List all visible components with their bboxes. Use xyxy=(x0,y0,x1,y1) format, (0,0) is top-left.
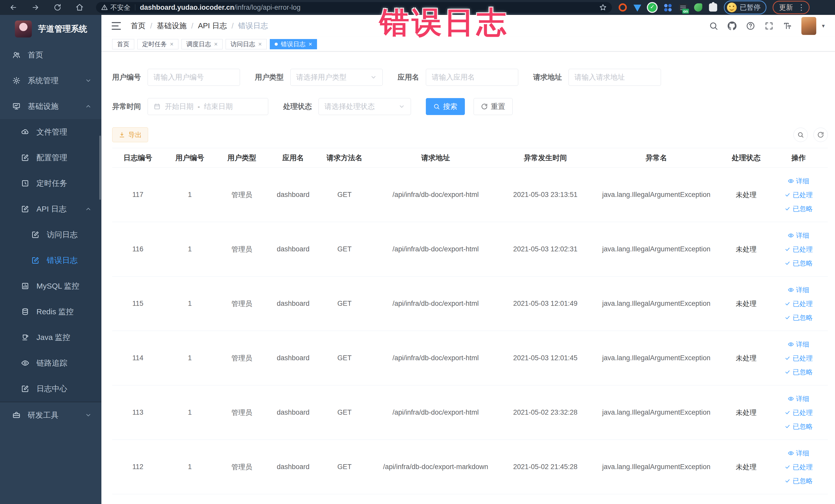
switch-on-icon[interactable] xyxy=(679,4,687,12)
address-bar[interactable]: 不安全 dashboard.yudao.iocoder.cn/infra/log… xyxy=(96,2,612,13)
sidebar-item-错误日志[interactable]: 错误日志 xyxy=(0,247,101,273)
reset-button[interactable]: 重置 xyxy=(474,98,513,115)
user-type-select[interactable] xyxy=(290,69,383,86)
browser-menu-icon[interactable]: ⋮ xyxy=(797,4,805,11)
grid-blue-icon[interactable] xyxy=(663,3,672,12)
process-status-input[interactable] xyxy=(324,102,399,110)
date-separator: - xyxy=(198,103,200,110)
check-green-icon[interactable] xyxy=(648,3,657,12)
request-url-input[interactable] xyxy=(574,73,655,81)
sidebar-item-定时任务[interactable]: 定时任务 xyxy=(0,170,101,196)
close-icon[interactable]: × xyxy=(258,41,262,47)
tab-label: 定时任务 xyxy=(142,40,167,48)
avatar[interactable] xyxy=(801,17,816,35)
refresh-button[interactable] xyxy=(813,127,828,142)
processed-link[interactable]: 已处理 xyxy=(769,297,828,311)
sidebar-item-Java 监控[interactable]: Java 监控 xyxy=(0,324,101,350)
sidebar-item-文件管理[interactable]: 文件管理 xyxy=(0,119,101,145)
process-status-select[interactable] xyxy=(319,98,411,115)
breadcrumb-item[interactable]: 基础设施 xyxy=(157,21,187,31)
reload-icon[interactable] xyxy=(52,2,63,13)
tab-错误日志[interactable]: 错误日志× xyxy=(270,39,317,49)
start-date-placeholder[interactable]: 开始日期 xyxy=(165,102,194,112)
sidebar-item-API 日志[interactable]: API 日志 xyxy=(0,196,101,222)
breadcrumb-item[interactable]: 首页 xyxy=(131,21,145,31)
end-date-placeholder[interactable]: 结束日期 xyxy=(204,102,233,112)
sidebar-item-链路追踪[interactable]: 链路追踪 xyxy=(0,350,101,376)
processed-link[interactable]: 已处理 xyxy=(769,351,828,365)
processed-link[interactable]: 已处理 xyxy=(769,406,828,420)
github-icon[interactable] xyxy=(728,21,737,31)
detail-link[interactable]: 详细 xyxy=(769,228,828,242)
close-icon[interactable]: × xyxy=(308,41,312,47)
cell-用户类型: 管理员 xyxy=(216,168,267,222)
detail-link[interactable]: 详细 xyxy=(769,283,828,297)
tab-首页[interactable]: 首页 xyxy=(112,39,134,49)
font-size-icon[interactable] xyxy=(783,21,792,31)
export-button[interactable]: 导出 xyxy=(112,127,148,142)
sidebar-item-日志中心[interactable]: 日志中心 xyxy=(0,376,101,402)
security-label[interactable]: 不安全 xyxy=(110,3,130,12)
close-icon[interactable]: × xyxy=(214,41,218,47)
user-id-input[interactable] xyxy=(154,73,234,81)
browser-home-icon[interactable] xyxy=(74,2,85,13)
update-badge[interactable]: 更新 ⋮ xyxy=(773,1,810,14)
app-name-input[interactable] xyxy=(432,73,512,81)
sidebar-item-基础设施[interactable]: 基础设施 xyxy=(0,94,101,119)
bookmark-star-icon[interactable] xyxy=(599,4,607,11)
action-label: 已处理 xyxy=(793,188,813,202)
detail-link[interactable]: 详细 xyxy=(769,337,828,351)
leaf-green-icon[interactable] xyxy=(694,3,702,12)
toggle-search-button[interactable] xyxy=(793,127,808,142)
forward-icon[interactable] xyxy=(30,2,41,13)
url-text[interactable]: dashboard.yudao.iocoder.cn/infra/log/api… xyxy=(140,4,301,12)
tab-调度日志[interactable]: 调度日志× xyxy=(182,39,223,49)
close-icon[interactable]: × xyxy=(170,41,174,47)
sidebar-item-Redis 监控[interactable]: Redis 监控 xyxy=(0,299,101,324)
detail-link[interactable]: 详细 xyxy=(769,392,828,406)
search-icon[interactable] xyxy=(709,21,718,31)
sidebar-item-研发工具[interactable]: 研发工具 xyxy=(0,402,101,428)
exception-time-range[interactable]: 开始日期 - 结束日期 xyxy=(148,98,268,115)
column-header-请求地址: 请求地址 xyxy=(370,148,501,168)
sidebar-item-MySQL 监控[interactable]: MySQL 监控 xyxy=(0,273,101,299)
table-row: 1151管理员dashboardGET/api/infra/db-doc/exp… xyxy=(112,277,828,331)
sidebar-item-访问日志[interactable]: 访问日志 xyxy=(0,222,101,247)
drop-blue-icon[interactable] xyxy=(633,5,641,12)
user-id-field[interactable] xyxy=(148,69,240,86)
ignored-link[interactable]: 已忽略 xyxy=(769,474,828,488)
paused-badge[interactable]: 已暂停 xyxy=(724,1,767,14)
request-url-field[interactable] xyxy=(569,69,661,86)
detail-link[interactable]: 详细 xyxy=(769,446,828,460)
sidebar-item-系统管理[interactable]: 系统管理 xyxy=(0,68,101,94)
processed-link[interactable]: 已处理 xyxy=(769,460,828,474)
processed-link[interactable]: 已处理 xyxy=(769,188,828,202)
tab-定时任务[interactable]: 定时任务× xyxy=(137,39,178,49)
user-type-input[interactable] xyxy=(296,73,370,81)
circle-orange-icon[interactable] xyxy=(618,3,627,12)
app-name-field[interactable] xyxy=(426,69,518,86)
cell-操作: 详细已处理已忽略 xyxy=(769,168,828,222)
hamburger-icon[interactable] xyxy=(111,22,121,30)
ignored-link[interactable]: 已忽略 xyxy=(769,256,828,270)
ignored-link[interactable]: 已忽略 xyxy=(769,420,828,434)
sidebar-item-配置管理[interactable]: 配置管理 xyxy=(0,145,101,170)
sidebar-item-首页[interactable]: 首页 xyxy=(0,42,101,68)
help-icon[interactable] xyxy=(746,21,755,31)
sidebar-scrollbar[interactable] xyxy=(99,136,101,200)
puzzle-icon[interactable] xyxy=(709,3,717,12)
table-header-row: 日志编号用户编号用户类型应用名请求方法名请求地址异常发生时间异常名处理状态操作 xyxy=(112,148,828,168)
ignored-link[interactable]: 已忽略 xyxy=(769,365,828,379)
detail-link[interactable]: 详细 xyxy=(769,174,828,188)
breadcrumb-item[interactable]: API 日志 xyxy=(198,21,227,31)
processed-link[interactable]: 已处理 xyxy=(769,242,828,256)
tab-访问日志[interactable]: 访问日志× xyxy=(226,39,267,49)
caret-down-icon[interactable]: ▾ xyxy=(822,23,825,29)
java-icon xyxy=(21,333,29,341)
ignored-link[interactable]: 已忽略 xyxy=(769,311,828,324)
back-icon[interactable] xyxy=(8,2,19,13)
fullscreen-icon[interactable] xyxy=(765,21,774,31)
logo-row[interactable]: 芋道管理系统 xyxy=(0,15,101,42)
search-button[interactable]: 搜索 xyxy=(426,98,465,115)
ignored-link[interactable]: 已忽略 xyxy=(769,202,828,216)
